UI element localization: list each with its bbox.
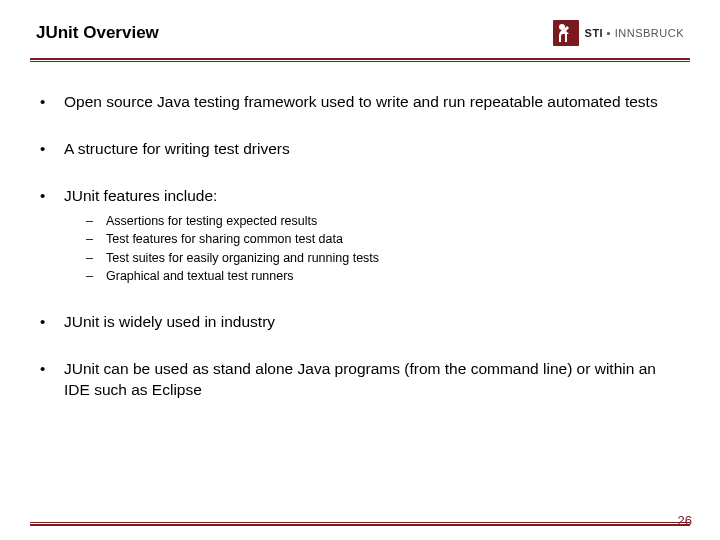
page-number: 26 — [678, 513, 692, 528]
sub-bullet-item: Graphical and textual test runners — [86, 268, 684, 286]
slide-title: JUnit Overview — [36, 23, 159, 43]
sub-bullet-item: Assertions for testing expected results — [86, 213, 684, 231]
bullet-item: JUnit features include: Assertions for t… — [36, 186, 684, 286]
logo-location: INNSBRUCK — [615, 27, 684, 39]
footer-rule-thick — [30, 524, 690, 526]
slide-header: JUnit Overview STI ▪ INNSBRUCK — [0, 0, 720, 58]
logo-sep: ▪ — [603, 27, 615, 39]
bullet-item: JUnit can be used as stand alone Java pr… — [36, 359, 684, 401]
sub-bullet-list: Assertions for testing expected results … — [64, 213, 684, 286]
header-rule-thick — [30, 58, 690, 60]
logo-brand: STI — [585, 27, 604, 39]
sub-bullet-item: Test suites for easily organizing and ru… — [86, 250, 684, 268]
bullet-item: A structure for writing test drivers — [36, 139, 684, 160]
bullet-item: JUnit is widely used in industry — [36, 312, 684, 333]
slide-footer: 26 — [0, 521, 720, 526]
bullet-text: JUnit features include: — [64, 187, 217, 204]
sti-logo: STI ▪ INNSBRUCK — [553, 20, 684, 46]
logo-icon — [553, 20, 579, 46]
slide-content: Open source Java testing framework used … — [0, 62, 720, 401]
bullet-list: Open source Java testing framework used … — [36, 92, 684, 401]
logo-text: STI ▪ INNSBRUCK — [585, 27, 684, 39]
bullet-item: Open source Java testing framework used … — [36, 92, 684, 113]
footer-rule-thin — [30, 522, 690, 523]
svg-rect-1 — [565, 34, 567, 42]
sub-bullet-item: Test features for sharing common test da… — [86, 231, 684, 249]
